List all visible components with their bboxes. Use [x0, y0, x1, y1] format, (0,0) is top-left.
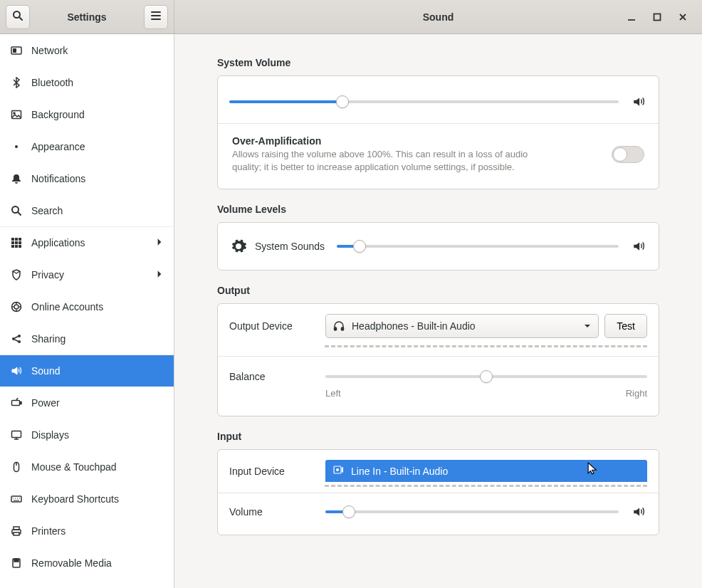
sidebar-item-search[interactable]: Search — [0, 194, 174, 226]
sidebar-item-label: Search — [31, 205, 63, 216]
over-amp-title: Over-Amplification — [232, 135, 538, 147]
input-device-option-label: Line In - Built-in Audio — [351, 466, 448, 477]
svg-rect-19 — [11, 245, 14, 248]
sidebar-item-power[interactable]: Power — [0, 387, 174, 419]
minimize-button[interactable] — [625, 11, 638, 23]
search-button[interactable] — [6, 5, 30, 29]
sidebar-item-label: Keyboard Shortcuts — [31, 493, 119, 505]
input-device-option[interactable]: Line In - Built-in Audio — [325, 460, 647, 482]
chevron-right-icon — [155, 237, 164, 248]
balance-slider[interactable] — [325, 369, 647, 384]
svg-point-9 — [14, 112, 15, 114]
balance-left-label: Left — [325, 388, 341, 399]
test-button[interactable]: Test — [604, 314, 647, 338]
online-icon — [10, 300, 23, 313]
window-controls — [625, 11, 696, 23]
line-in-icon — [332, 464, 345, 478]
input-device-dropdown[interactable]: Line In - Built-in Audio — [325, 460, 647, 482]
header-right: Sound — [174, 0, 702, 33]
appearance-icon — [10, 140, 23, 153]
keyboard-icon — [10, 493, 23, 505]
content-area[interactable]: System Volume Over-Amplification Allows … — [174, 34, 702, 588]
privacy-icon — [10, 268, 23, 281]
sidebar-item-label: Background — [31, 109, 85, 120]
sidebar-item-background[interactable]: Background — [0, 98, 174, 130]
input-volume-row: Volume — [218, 493, 659, 535]
svg-rect-14 — [15, 238, 18, 241]
sidebar-item-label: Notifications — [31, 173, 85, 184]
sidebar-item-notifications[interactable]: Notifications — [0, 162, 174, 194]
sidebar-item-label: Applications — [31, 237, 85, 248]
svg-line-1 — [19, 17, 22, 20]
sidebar-item-network[interactable]: Network — [0, 34, 174, 66]
input-device-row: Input Device Line In - Built-in Audio — [218, 450, 659, 485]
sidebar-item-keyboard-shortcuts[interactable]: Keyboard Shortcuts — [0, 483, 174, 515]
system-sounds-slider[interactable] — [337, 239, 619, 253]
app-title: Settings — [30, 11, 144, 23]
titlebar: Settings Sound — [0, 0, 702, 34]
sidebar-item-label: Sound — [31, 365, 60, 377]
sidebar-item-sound[interactable]: Sound — [0, 355, 174, 387]
mouse-icon — [10, 461, 23, 473]
svg-rect-38 — [335, 327, 337, 330]
bell-icon — [10, 172, 23, 185]
svg-rect-20 — [15, 245, 18, 248]
sidebar-item-removable-media[interactable]: Removable Media — [0, 547, 174, 579]
maximize-button[interactable] — [651, 11, 664, 23]
svg-rect-7 — [13, 48, 16, 53]
power-icon — [10, 397, 23, 409]
removable-icon — [10, 557, 23, 569]
sidebar[interactable]: NetworkBluetoothBackgroundAppearanceNoti… — [0, 34, 174, 588]
sidebar-item-bluetooth[interactable]: Bluetooth — [0, 66, 174, 98]
svg-rect-37 — [14, 559, 19, 562]
svg-rect-18 — [19, 241, 21, 244]
search-icon — [10, 204, 23, 217]
sidebar-item-sharing[interactable]: Sharing — [0, 322, 174, 355]
over-amp-description: Allows raising the volume above 100%. Th… — [232, 148, 538, 173]
network-icon — [10, 44, 23, 57]
system-sounds-row: System Sounds — [218, 223, 659, 270]
sidebar-item-applications[interactable]: Applications — [0, 226, 174, 258]
share-icon — [10, 332, 23, 345]
sidebar-item-mouse-touchpad[interactable]: Mouse & Touchpad — [0, 451, 174, 483]
svg-rect-35 — [14, 532, 19, 535]
input-volume-slider[interactable] — [325, 505, 619, 519]
sidebar-item-printers[interactable]: Printers — [0, 515, 174, 547]
system-volume-slider[interactable] — [229, 95, 619, 109]
output-device-dropdown[interactable]: Headphones - Built-in Audio — [325, 314, 599, 338]
svg-point-10 — [15, 145, 18, 148]
svg-point-26 — [18, 340, 21, 343]
apps-icon — [10, 236, 23, 249]
system-sounds-label: System Sounds — [255, 241, 337, 252]
volume-levels-heading: Volume Levels — [217, 204, 659, 215]
sidebar-item-online-accounts[interactable]: Online Accounts — [0, 290, 174, 322]
search-icon — [12, 10, 23, 23]
sidebar-item-label: Displays — [31, 429, 69, 441]
sidebar-item-label: Appearance — [31, 141, 85, 152]
svg-rect-39 — [342, 327, 344, 330]
hamburger-icon — [150, 10, 162, 23]
sidebar-item-appearance[interactable]: Appearance — [0, 130, 174, 162]
sidebar-item-label: Sharing — [31, 333, 66, 345]
sidebar-item-label: Online Accounts — [31, 301, 103, 313]
sidebar-item-label: Network — [31, 45, 68, 56]
speaker-icon[interactable] — [630, 95, 647, 108]
display-icon — [10, 429, 23, 441]
close-button[interactable] — [676, 11, 689, 23]
speaker-icon[interactable] — [630, 240, 647, 253]
svg-point-25 — [18, 335, 21, 337]
svg-rect-34 — [14, 527, 19, 530]
gear-icon — [229, 237, 248, 256]
over-amp-toggle[interactable] — [612, 146, 644, 163]
speaker-icon[interactable] — [630, 505, 647, 518]
sidebar-item-displays[interactable]: Displays — [0, 419, 174, 451]
input-level-meter — [325, 485, 647, 487]
svg-rect-29 — [12, 431, 21, 437]
svg-rect-13 — [11, 238, 14, 241]
output-heading: Output — [217, 285, 659, 296]
sidebar-item-label: Privacy — [31, 269, 64, 280]
chevron-right-icon — [155, 269, 164, 280]
cursor-icon — [587, 462, 600, 475]
sidebar-item-privacy[interactable]: Privacy — [0, 258, 174, 290]
primary-menu-button[interactable] — [144, 5, 168, 29]
